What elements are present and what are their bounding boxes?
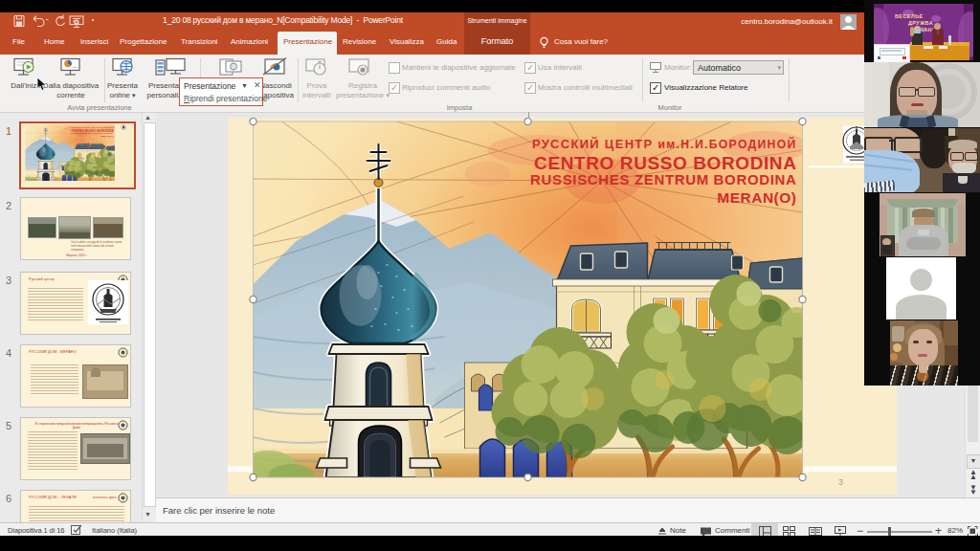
svg-text:3: 3 [838,477,843,487]
